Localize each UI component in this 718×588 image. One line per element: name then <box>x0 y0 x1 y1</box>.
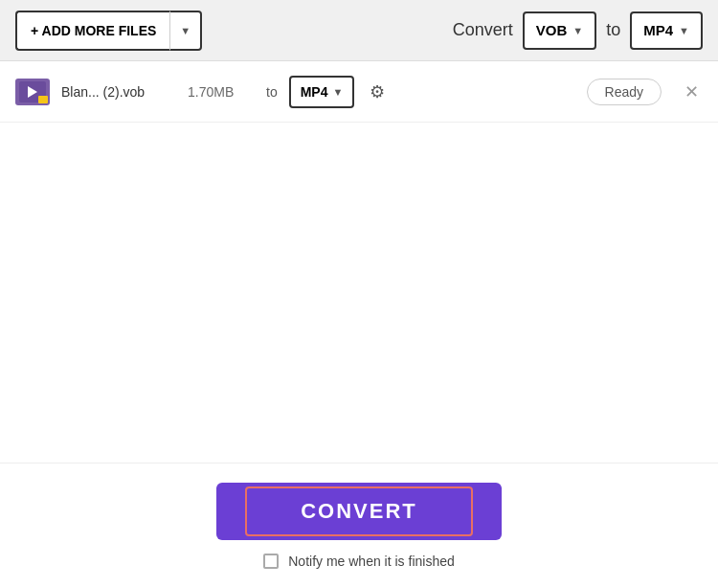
from-format-dropdown[interactable]: VOB ▼ <box>523 11 596 50</box>
to-format-dropdown[interactable]: MP4 ▼ <box>630 11 703 50</box>
file-to-label: to <box>266 84 278 100</box>
convert-button[interactable]: CONVERT <box>216 483 502 540</box>
from-format-value: VOB <box>536 22 568 38</box>
chevron-down-icon: ▼ <box>572 25 583 36</box>
add-files-label: + ADD MORE FILES <box>31 23 156 38</box>
chevron-down-icon: ▼ <box>180 25 191 36</box>
file-size: 1.70MB <box>188 84 255 100</box>
status-badge: Ready <box>587 79 662 105</box>
table-row: Blan... (2).vob 1.70MB to MP4 ▼ ⚙ Ready … <box>0 61 718 123</box>
file-list: Blan... (2).vob 1.70MB to MP4 ▼ ⚙ Ready … <box>0 61 718 463</box>
chevron-down-icon: ▼ <box>332 86 343 98</box>
to-format-value: MP4 <box>643 22 673 38</box>
toolbar: + ADD MORE FILES ▼ Convert VOB ▼ to MP4 … <box>0 0 718 61</box>
file-name: Blan... (2).vob <box>61 84 176 100</box>
convert-label: Convert <box>453 20 513 40</box>
play-icon <box>28 86 37 98</box>
toolbar-right: Convert VOB ▼ to MP4 ▼ <box>453 11 703 50</box>
add-files-dropdown-button[interactable]: ▼ <box>169 11 202 51</box>
toolbar-left: + ADD MORE FILES ▼ <box>15 11 202 51</box>
close-button[interactable]: ✕ <box>681 78 703 106</box>
file-format-value: MP4 <box>301 84 328 100</box>
convert-button-label: CONVERT <box>301 499 417 524</box>
add-files-button[interactable]: + ADD MORE FILES <box>15 11 169 51</box>
vob-badge-icon <box>38 96 48 103</box>
bottom-area: CONVERT Notify me when it is finished <box>0 463 718 588</box>
settings-icon[interactable]: ⚙ <box>370 81 385 102</box>
notify-checkbox[interactable] <box>263 554 279 569</box>
notify-label: Notify me when it is finished <box>288 554 455 569</box>
chevron-down-icon: ▼ <box>679 25 689 36</box>
file-type-icon <box>15 79 50 105</box>
to-label: to <box>606 20 620 40</box>
file-format-dropdown[interactable]: MP4 ▼ <box>289 76 355 108</box>
notify-row: Notify me when it is finished <box>263 554 455 569</box>
